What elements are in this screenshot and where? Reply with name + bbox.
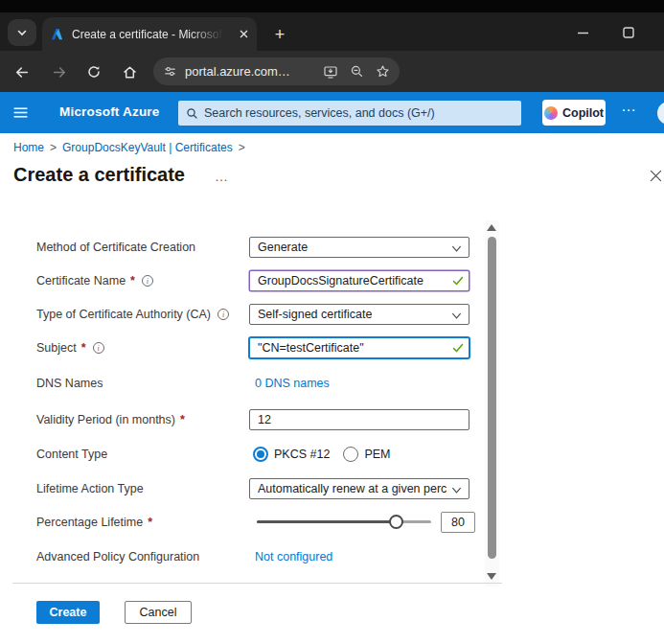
browser-toolbar: portal.azure.com… (0, 51, 664, 92)
form-row-validity: Validity Period (in months) * (36, 409, 475, 430)
form-row-certificate-name: Certificate Name * i (36, 270, 475, 291)
ca-type-dropdown[interactable]: Self-signed certificate (249, 304, 469, 325)
advanced-policy-label: Advanced Policy Configuration (36, 550, 199, 564)
required-marker: * (130, 274, 135, 288)
copilot-logo-icon (544, 106, 558, 120)
content-type-radio-group: PKCS #12 PEM (253, 444, 390, 465)
slider-thumb[interactable] (389, 515, 403, 529)
advanced-policy-link[interactable]: Not configured (255, 550, 332, 564)
back-button[interactable] (11, 61, 32, 82)
radio-selected-icon (253, 447, 268, 462)
chevron-down-icon (451, 243, 462, 254)
azure-favicon (50, 27, 64, 41)
pane-close-button[interactable] (649, 169, 663, 183)
window-maximize-button[interactable] (609, 17, 648, 48)
azure-search-input[interactable] (204, 106, 514, 120)
subject-label: Subject (36, 341, 77, 355)
chevron-down-icon (451, 310, 462, 321)
hamburger-menu-icon[interactable] (10, 102, 31, 123)
zoom-out-icon[interactable] (350, 64, 364, 79)
tab-strip: Create a certificate - Microsoft A + (0, 12, 664, 51)
scroll-down-arrow-icon[interactable] (487, 573, 496, 580)
form-scrollbar[interactable] (485, 220, 499, 586)
percentage-input[interactable] (441, 512, 475, 533)
create-button[interactable]: Create (36, 601, 100, 624)
page-title: Create a certificate (13, 164, 185, 186)
required-marker: * (148, 516, 152, 529)
radio-option-pem[interactable]: PEM (343, 447, 390, 462)
address-bar[interactable]: portal.azure.com… (153, 58, 400, 85)
install-app-icon[interactable] (323, 64, 338, 80)
percentage-slider[interactable] (257, 512, 431, 533)
scroll-up-arrow-icon[interactable] (487, 224, 496, 231)
reload-button[interactable] (83, 61, 104, 82)
chevron-down-icon (16, 27, 28, 38)
header-more-button[interactable]: … (621, 98, 637, 115)
slider-fill (257, 520, 397, 523)
footer-divider (12, 583, 502, 584)
method-value: Generate (258, 241, 308, 254)
lifetime-action-label: Lifetime Action Type (36, 482, 144, 495)
form-row-lifetime-action: Lifetime Action Type Automatically renew… (36, 478, 475, 499)
radio-pem-label: PEM (364, 448, 390, 461)
required-marker: * (180, 413, 185, 426)
form-row-subject: Subject * i (36, 337, 475, 358)
breadcrumb: Home>GroupDocsKeyVault | Certificates> (13, 141, 251, 154)
form-row-dns-names: DNS Names 0 DNS names (36, 373, 475, 394)
form-row-method: Method of Certificate Creation Generate (36, 237, 475, 258)
percentage-lifetime-label: Percentage Lifetime (36, 516, 143, 529)
copilot-button[interactable]: Copilot (542, 100, 606, 126)
tab-search-button[interactable] (8, 19, 36, 46)
forward-button[interactable] (49, 61, 70, 82)
window-titlebar (0, 0, 664, 12)
ca-type-value: Self-signed certificate (258, 308, 373, 321)
form-row-advanced-policy: Advanced Policy Configuration Not config… (36, 546, 475, 567)
form-row-percentage-lifetime: Percentage Lifetime * (36, 512, 475, 533)
dns-names-label: DNS Names (36, 377, 103, 390)
copilot-label: Copilot (562, 106, 604, 120)
url-text: portal.azure.com… (185, 64, 290, 79)
subject-input[interactable] (249, 337, 469, 358)
home-button[interactable] (119, 61, 140, 82)
validity-label: Validity Period (in months) (36, 413, 175, 426)
valid-check-icon (452, 275, 464, 287)
info-icon[interactable]: i (142, 275, 153, 287)
radio-unselected-icon (343, 447, 358, 462)
required-marker: * (81, 341, 86, 355)
info-icon[interactable]: i (218, 309, 229, 320)
breadcrumb-keyvault-certificates[interactable]: GroupDocsKeyVault | Certificates (62, 141, 233, 154)
new-tab-button[interactable]: + (268, 23, 291, 46)
azure-search-box[interactable] (178, 101, 521, 126)
breadcrumb-separator: > (50, 141, 57, 154)
tab-title: Create a certificate - Microsoft A (72, 28, 223, 41)
azure-brand[interactable]: Microsoft Azure (59, 104, 160, 119)
validity-input[interactable] (249, 409, 469, 430)
lifetime-action-dropdown[interactable]: Automatically renew at a given perc... (249, 478, 469, 499)
info-icon[interactable]: i (93, 342, 104, 354)
lifetime-action-value: Automatically renew at a given perc... (258, 482, 447, 495)
radio-pkcs12-label: PKCS #12 (274, 448, 330, 461)
valid-check-icon (452, 342, 464, 354)
dns-names-link[interactable]: 0 DNS names (255, 377, 330, 390)
breadcrumb-separator: > (239, 141, 245, 154)
tab-close-icon[interactable] (239, 29, 249, 39)
form-row-content-type: Content Type PKCS #12 PEM (36, 444, 475, 465)
certificate-name-input[interactable] (249, 270, 469, 291)
radio-option-pkcs12[interactable]: PKCS #12 (253, 447, 330, 462)
method-dropdown[interactable]: Generate (249, 237, 469, 258)
site-settings-icon[interactable] (163, 64, 177, 79)
cancel-button[interactable]: Cancel (125, 601, 192, 624)
browser-tab[interactable]: Create a certificate - Microsoft A (42, 17, 257, 51)
form-row-ca-type: Type of Certificate Authority (CA) i Sel… (36, 304, 475, 325)
bookmark-star-icon[interactable] (376, 64, 390, 79)
chevron-down-icon (451, 485, 462, 495)
ca-type-label: Type of Certificate Authority (CA) (36, 308, 211, 321)
breadcrumb-home[interactable]: Home (13, 141, 44, 154)
content-type-label: Content Type (36, 448, 107, 461)
window-minimize-button[interactable] (563, 17, 602, 48)
certificate-name-label: Certificate Name (36, 274, 126, 288)
scrollbar-thumb[interactable] (488, 237, 496, 559)
browser-window: Create a certificate - Microsoft A + (0, 0, 664, 644)
avatar[interactable] (657, 102, 664, 125)
page-more-button[interactable]: … (215, 169, 229, 184)
